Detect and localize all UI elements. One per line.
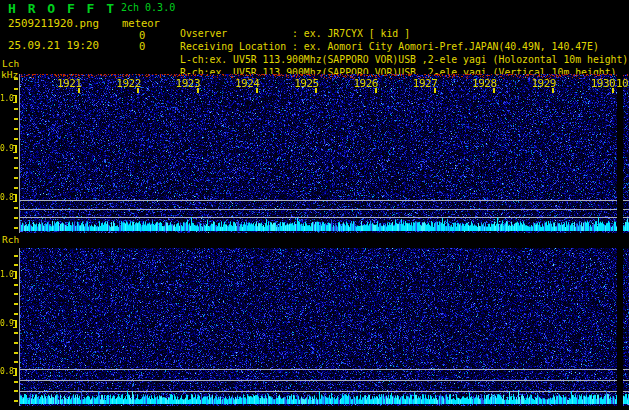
rch-minor-tick — [14, 400, 18, 402]
time-tick-1927 — [434, 88, 436, 93]
lch-minor-tick — [14, 207, 18, 209]
lch-minor-tick — [14, 128, 18, 130]
rch-minor-tick — [14, 342, 18, 344]
rch-minor-tick — [14, 352, 18, 354]
time-tick-1923 — [197, 88, 199, 93]
time-tick-1928 — [493, 88, 495, 93]
rch-minor-tick — [14, 264, 18, 266]
rch-freq-label-1.0: 1.0 — [0, 270, 14, 279]
hrofft-window: H R O F F T 2ch 0.3.0 2509211920.png met… — [0, 0, 629, 410]
lch-minor-tick — [14, 108, 18, 110]
lch-major-tick-0.9 — [13, 145, 17, 153]
lch-minor-tick — [14, 187, 18, 189]
lch-minor-tick — [14, 118, 18, 120]
lch-major-tick-1.0 — [13, 95, 17, 103]
lch-minor-tick — [14, 78, 18, 80]
time-tick-1925 — [315, 88, 317, 93]
rch-freq-label-0.9: 0.9 — [0, 319, 14, 328]
time-tick-1930 — [612, 88, 614, 93]
lch-minor-tick — [14, 177, 18, 179]
rch-minor-tick — [14, 361, 18, 363]
lch-minor-tick — [14, 157, 18, 159]
lch-freq-label-0.8: 0.8 — [0, 193, 14, 202]
lch-minor-tick — [14, 88, 18, 90]
axis-overlay: 1921192219231924192519261927192819291930… — [0, 0, 629, 410]
rch-minor-tick — [14, 332, 18, 334]
time-tick-1922 — [137, 88, 139, 93]
time-tick-1924 — [256, 88, 258, 93]
lch-minor-tick — [14, 227, 18, 229]
rch-minor-tick — [14, 255, 18, 257]
time-tick-1926 — [375, 88, 377, 93]
rch-major-tick-0.8 — [13, 368, 17, 376]
rch-minor-tick — [14, 390, 18, 392]
rch-major-tick-1.0 — [13, 271, 17, 279]
rch-major-tick-0.9 — [13, 320, 17, 328]
rch-minor-tick — [14, 293, 18, 295]
rch-minor-tick — [14, 313, 18, 315]
rch-minor-tick — [14, 381, 18, 383]
rch-minor-tick — [14, 303, 18, 305]
lch-major-tick-0.8 — [13, 194, 17, 202]
lch-freq-label-0.9: 0.9 — [0, 144, 14, 153]
lch-freq-label-1.0: 1.0 — [0, 94, 14, 103]
time-label-partial: 10 — [616, 77, 628, 90]
rch-freq-label-0.8: 0.8 — [0, 367, 14, 376]
lch-minor-tick — [14, 167, 18, 169]
rch-minor-tick — [14, 284, 18, 286]
time-tick-1929 — [552, 88, 554, 93]
lch-minor-tick — [14, 217, 18, 219]
lch-minor-tick — [14, 138, 18, 140]
time-tick-1921 — [78, 88, 80, 93]
